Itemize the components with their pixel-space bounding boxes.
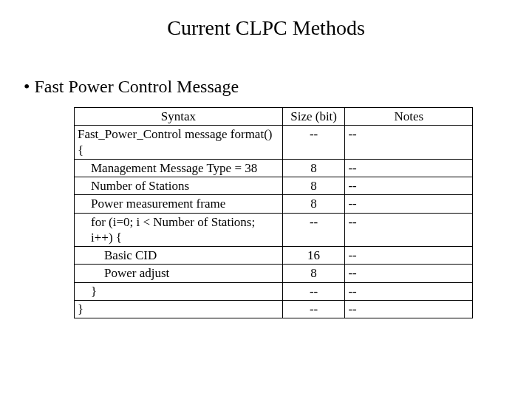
size-cell: 8 bbox=[282, 159, 345, 177]
message-format-table: Syntax Size (bit) Notes Fast_Power_Contr… bbox=[74, 107, 473, 318]
notes-cell: -- bbox=[345, 126, 473, 160]
syntax-cell: Power adjust bbox=[75, 265, 283, 282]
size-cell: 8 bbox=[282, 177, 345, 195]
notes-cell: -- bbox=[345, 213, 473, 247]
syntax-cell: } bbox=[75, 282, 283, 300]
size-cell: -- bbox=[282, 282, 345, 300]
size-cell: -- bbox=[282, 126, 345, 160]
syntax-cell: } bbox=[75, 300, 283, 318]
table-header-size: Size (bit) bbox=[282, 108, 345, 126]
syntax-cell: Management Message Type = 38 bbox=[75, 159, 283, 177]
table-header-syntax: Syntax bbox=[75, 108, 283, 126]
notes-cell: -- bbox=[345, 265, 473, 282]
syntax-cell: Power measurement frame bbox=[75, 195, 283, 213]
bullet-heading: • Fast Power Control Message bbox=[24, 77, 532, 97]
table-row: Basic CID16-- bbox=[75, 247, 473, 265]
notes-cell: -- bbox=[345, 159, 473, 177]
table-row: for (i=0; i < Number of Stations; i++) {… bbox=[75, 213, 473, 247]
size-cell: 8 bbox=[282, 195, 345, 213]
syntax-cell: for (i=0; i < Number of Stations; i++) { bbox=[75, 213, 283, 247]
size-cell: 8 bbox=[282, 265, 345, 282]
table-row: Fast_Power_Control message format() {---… bbox=[75, 126, 473, 160]
table-row: Power adjust8-- bbox=[75, 265, 473, 282]
syntax-cell: Basic CID bbox=[75, 247, 283, 265]
table-row: }---- bbox=[75, 300, 473, 318]
table-row: Power measurement frame8-- bbox=[75, 195, 473, 213]
notes-cell: -- bbox=[345, 300, 473, 318]
table-header-notes: Notes bbox=[345, 108, 473, 126]
notes-cell: -- bbox=[345, 247, 473, 265]
syntax-cell: Number of Stations bbox=[75, 177, 283, 195]
page-title: Current CLPC Methods bbox=[0, 16, 532, 40]
size-cell: -- bbox=[282, 213, 345, 247]
size-cell: -- bbox=[282, 300, 345, 318]
table-row: Number of Stations8-- bbox=[75, 177, 473, 195]
table-row: Management Message Type = 388-- bbox=[75, 159, 473, 177]
notes-cell: -- bbox=[345, 282, 473, 300]
syntax-cell: Fast_Power_Control message format() { bbox=[75, 126, 283, 160]
notes-cell: -- bbox=[345, 195, 473, 213]
table-row: }---- bbox=[75, 282, 473, 300]
notes-cell: -- bbox=[345, 177, 473, 195]
size-cell: 16 bbox=[282, 247, 345, 265]
